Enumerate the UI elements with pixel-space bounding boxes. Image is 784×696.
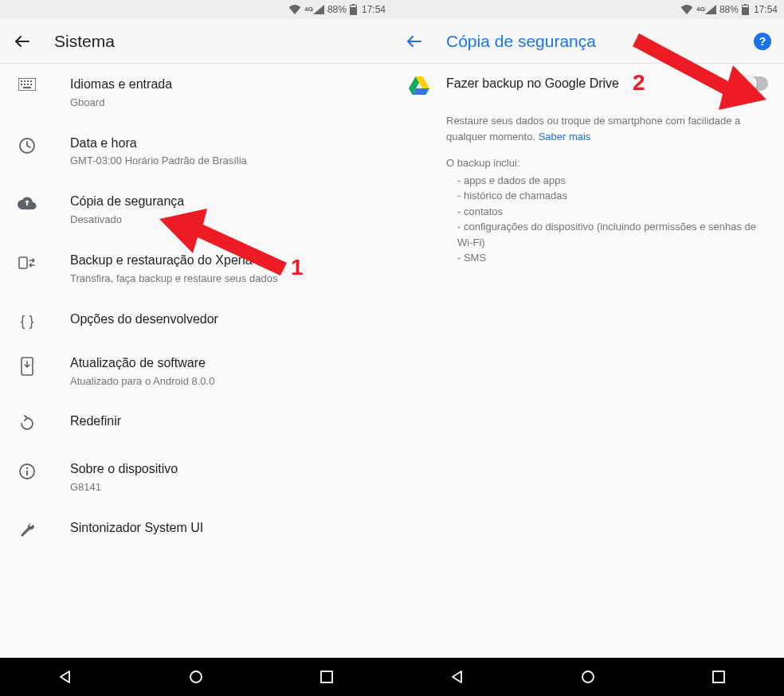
item-label: Idiomas e entrada: [70, 76, 379, 93]
screen-sistema: 4G 88% 17:54 Sistema Idiomas e entrada G…: [0, 0, 392, 696]
svg-rect-1: [352, 4, 355, 6]
nav-home[interactable]: [577, 666, 599, 688]
help-button[interactable]: ?: [754, 33, 771, 50]
nav-home[interactable]: [185, 666, 207, 688]
keyboard-icon: [18, 78, 36, 94]
item-redefinir[interactable]: Redefinir: [0, 401, 392, 448]
item-sub: Transfira, faça backup e restaure seus d…: [70, 272, 379, 286]
item-sub: Gboard: [70, 96, 379, 110]
bullet-item: apps e dados de apps: [457, 173, 768, 189]
backup-toggle[interactable]: [741, 76, 768, 91]
back-button[interactable]: [405, 32, 424, 51]
item-label: Sintonizador System UI: [70, 520, 379, 537]
backup-toggle-row[interactable]: Fazer backup no Google Drive: [392, 64, 784, 107]
signal-icon: 4G: [696, 5, 716, 14]
bullet-item: configurações do dispositivo (incluindo …: [457, 219, 768, 250]
battery-icon: [742, 4, 749, 15]
svg-point-17: [26, 467, 28, 469]
nav-recent[interactable]: [316, 666, 338, 688]
svg-rect-7: [30, 80, 32, 82]
item-dev-options[interactable]: { } Opções do desenvolvedor: [0, 299, 392, 342]
svg-rect-29: [713, 671, 724, 682]
reset-icon: [18, 415, 36, 436]
item-system-ui-tuner[interactable]: Sintonizador System UI: [0, 507, 392, 555]
svg-rect-6: [27, 80, 29, 82]
signal-icon: 4G: [304, 5, 324, 14]
wifi-icon: [680, 5, 693, 14]
item-label: Sobre o dispositivo: [70, 461, 379, 478]
info-icon: [18, 463, 36, 483]
cloud-upload-icon: [18, 195, 37, 213]
svg-rect-24: [743, 6, 748, 7]
back-button[interactable]: [13, 32, 32, 51]
status-bar: 4G 88% 17:54: [0, 0, 392, 19]
page-title: Cópia de segurança: [446, 32, 596, 51]
svg-rect-20: [321, 671, 332, 682]
desc-text: Restaure seus dados ou troque de smartph…: [446, 115, 740, 143]
item-label: Backup e restauração do Xperia™: [70, 252, 379, 269]
item-software-update[interactable]: Atualização de software Atualizado para …: [0, 342, 392, 401]
item-sub: GMT-03:00 Horário Padrão de Brasília: [70, 154, 379, 168]
google-drive-icon: [409, 76, 429, 99]
includes-title: O backup inclui:: [446, 155, 768, 171]
svg-rect-11: [30, 84, 32, 85]
item-sub: Desativado: [70, 213, 379, 227]
item-idiomas[interactable]: Idiomas e entrada Gboard: [0, 64, 392, 123]
transfer-icon: [18, 254, 36, 275]
status-time: 17:54: [362, 4, 386, 15]
svg-rect-5: [24, 80, 25, 82]
download-device-icon: [21, 357, 33, 379]
svg-point-19: [190, 671, 202, 682]
page-title: Sistema: [54, 32, 115, 51]
wifi-icon: [288, 5, 301, 14]
nav-recent[interactable]: [708, 666, 730, 688]
svg-rect-23: [744, 4, 747, 6]
backup-content: Fazer backup no Google Drive Restaure se…: [392, 64, 784, 658]
app-bar-backup: Cópia de segurança ?: [392, 19, 784, 64]
item-backup-xperia[interactable]: Backup e restauração do Xperia™ Transfir…: [0, 240, 392, 299]
toggle-label: Fazer backup no Google Drive: [446, 75, 741, 91]
backup-description: Restaure seus dados ou troque de smartph…: [392, 107, 784, 266]
settings-list: Idiomas e entrada Gboard Data e hora GMT…: [0, 64, 392, 658]
braces-icon: { }: [20, 313, 33, 330]
learn-more-link[interactable]: Saber mais: [539, 131, 591, 143]
wrench-icon: [18, 522, 36, 542]
battery-percent: 88%: [719, 4, 739, 15]
svg-rect-9: [24, 84, 25, 85]
item-data-hora[interactable]: Data e hora GMT-03:00 Horário Padrão de …: [0, 123, 392, 182]
item-label: Data e hora: [70, 135, 379, 152]
item-sub: G8141: [70, 481, 379, 495]
svg-point-28: [582, 671, 594, 682]
bullet-item: contatos: [457, 204, 768, 220]
nav-bar: [392, 658, 784, 696]
status-bar: 4G 88% 17:54: [392, 0, 784, 19]
svg-rect-8: [21, 84, 22, 85]
svg-rect-12: [23, 87, 31, 88]
svg-rect-18: [26, 471, 28, 475]
battery-icon: [350, 4, 357, 15]
item-copia-seguranca[interactable]: Cópia de segurança Desativado: [0, 181, 392, 240]
bullet-item: histórico de chamadas: [457, 188, 768, 204]
svg-rect-2: [351, 6, 356, 7]
nav-bar: [0, 658, 392, 696]
battery-percent: 88%: [327, 4, 347, 15]
screen-backup: 4G 88% 17:54 Cópia de segurança ? Fazer …: [392, 0, 784, 696]
item-label: Cópia de segurança: [70, 194, 379, 210]
clock-icon: [18, 137, 36, 158]
svg-rect-14: [19, 257, 27, 268]
item-label: Opções do desenvolvedor: [70, 311, 379, 328]
svg-rect-10: [27, 84, 29, 85]
nav-back[interactable]: [54, 666, 76, 688]
status-time: 17:54: [754, 4, 778, 15]
app-bar-sistema: Sistema: [0, 19, 392, 64]
item-label: Redefinir: [70, 413, 379, 430]
nav-back[interactable]: [446, 666, 468, 688]
item-sub: Atualizado para o Android 8.0.0: [70, 375, 379, 389]
svg-rect-4: [21, 80, 22, 82]
bullet-item: SMS: [457, 250, 768, 266]
item-sobre[interactable]: Sobre o dispositivo G8141: [0, 448, 392, 507]
item-label: Atualização de software: [70, 355, 379, 372]
